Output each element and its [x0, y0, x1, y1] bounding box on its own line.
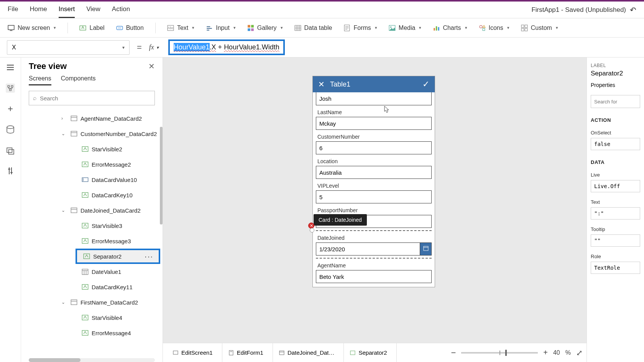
tree-horizontal-scrollbar[interactable]	[29, 358, 155, 362]
form-title: Table1	[330, 80, 350, 88]
tooltip-property-value[interactable]	[591, 234, 640, 247]
media-button[interactable]: Media▾	[389, 25, 422, 31]
button-button[interactable]: Button	[116, 25, 144, 31]
field-datejoined-label: DateJoined	[316, 235, 432, 241]
form-preview[interactable]: ✕ Table1 ✓ LastName CustomerNumber Locat…	[312, 76, 435, 287]
svg-rect-31	[525, 25, 527, 28]
form-header: ✕ Table1 ✓	[313, 76, 435, 92]
card-icon	[71, 299, 77, 306]
undo-icon[interactable]: ↶	[630, 5, 636, 15]
field-viplevel-value[interactable]	[316, 190, 432, 203]
properties-tab[interactable]: Properties	[591, 82, 615, 90]
tree-node-starvisible3[interactable]: StarVisible3	[21, 218, 163, 233]
data-table-button[interactable]: Data table	[294, 25, 332, 31]
fit-screen-icon[interactable]: ⤢	[576, 348, 583, 357]
forms-button[interactable]: Forms▾	[343, 25, 377, 31]
properties-search[interactable]	[591, 95, 640, 108]
tree-search[interactable]: ⌕	[29, 91, 155, 105]
tree-node-datacardkey10[interactable]: DataCardKey10	[21, 187, 163, 203]
add-icon[interactable]: +	[6, 104, 15, 113]
field-location-value[interactable]	[316, 166, 432, 179]
menu-home[interactable]: Home	[30, 2, 47, 18]
tree-view-panel: Tree view ✕ Screens Components ⌕ ›AgentN…	[21, 57, 163, 362]
field-customernumber-label: CustomerNumber	[316, 134, 432, 140]
hamburger-icon[interactable]	[6, 63, 15, 72]
breadcrumb-datejoined[interactable]: DateJoined_Dat…	[273, 343, 344, 362]
field-datejoined-value[interactable]	[316, 242, 420, 256]
input-button[interactable]: Input▾	[206, 25, 236, 31]
formula-input[interactable]: HourValue1.X + HourValue1.Width	[164, 38, 637, 57]
database-icon[interactable]	[6, 125, 15, 134]
tree-node-starvisible2[interactable]: StarVisible2	[21, 141, 163, 157]
tree-node-customernumber[interactable]: ⌄CustomerNumber_DataCard2	[21, 126, 163, 141]
tree-node-agentname[interactable]: ›AgentName_DataCard2	[21, 111, 163, 126]
svg-rect-56	[71, 208, 77, 213]
canvas-area[interactable]: ✕ Table1 ✓ LastName CustomerNumber Locat…	[163, 57, 644, 362]
svg-point-44	[7, 126, 14, 129]
menu-view[interactable]: View	[86, 2, 100, 18]
svg-rect-73	[229, 351, 233, 355]
svg-rect-25	[434, 28, 435, 31]
text-property-value[interactable]	[591, 207, 640, 219]
tree-node-errormessage4[interactable]: ErrorMessage4	[21, 325, 163, 341]
tree-node-errormessage2[interactable]: ErrorMessage2	[21, 157, 163, 172]
field-viplevel-label: VIPLevel	[316, 183, 432, 189]
menu-file[interactable]: File	[8, 2, 18, 18]
left-rail: +	[0, 57, 21, 362]
tree-node-firstname[interactable]: ⌄FirstName_DataCard2	[21, 295, 163, 310]
onselect-property-value[interactable]	[591, 138, 640, 150]
property-selector[interactable]: X ▾	[7, 40, 130, 55]
close-icon[interactable]: ✕	[148, 62, 155, 71]
tab-screens[interactable]: Screens	[29, 75, 51, 85]
media-rail-icon[interactable]	[6, 146, 15, 155]
card-icon	[71, 115, 77, 122]
text-icon: Abc	[167, 25, 174, 31]
tree-node-datevalue1[interactable]: DateValue1	[21, 264, 163, 279]
menu-action[interactable]: Action	[112, 2, 130, 18]
card-icon	[71, 207, 77, 214]
scrollbar-thumb[interactable]	[29, 358, 80, 362]
zoom-slider[interactable]	[461, 352, 538, 354]
role-property-value[interactable]	[591, 262, 640, 274]
tree-node-separator2-selected[interactable]: Separator2···	[76, 249, 160, 264]
charts-button[interactable]: Charts▾	[433, 25, 467, 31]
tree-node-starvisible4[interactable]: StarVisible4	[21, 310, 163, 325]
breadcrumb-editform1[interactable]: EditForm1	[222, 343, 273, 362]
datepicker-button[interactable]	[420, 242, 432, 256]
svg-rect-37	[8, 85, 10, 87]
tree-scrollbar-thumb[interactable]	[160, 127, 163, 224]
tree-node-datacardvalue10[interactable]: DataCardValue10	[21, 172, 163, 187]
live-property-value[interactable]	[591, 180, 640, 192]
calendar-icon	[82, 268, 89, 275]
form-icon	[228, 350, 234, 355]
selection-handle[interactable]	[310, 228, 314, 233]
field-agentname-value[interactable]	[316, 270, 432, 283]
label-button[interactable]: Label	[79, 25, 104, 31]
field-customernumber-value[interactable]	[316, 141, 432, 154]
tree-node-errormessage3[interactable]: ErrorMessage3	[21, 233, 163, 249]
menu-insert[interactable]: Insert	[59, 2, 75, 18]
tree-node-datejoined[interactable]: ⌄DateJoined_DataCard2	[21, 203, 163, 218]
tree-view-icon[interactable]	[6, 84, 15, 93]
zoom-out-button[interactable]: −	[451, 348, 456, 358]
new-screen-button[interactable]: New screen▾	[8, 25, 56, 31]
icons-button[interactable]: Icons▾	[479, 25, 509, 31]
gallery-button[interactable]: Gallery▾	[247, 25, 283, 31]
tools-icon[interactable]	[6, 166, 15, 175]
zoom-in-button[interactable]: +	[543, 348, 548, 357]
tree-search-input[interactable]	[40, 95, 151, 102]
zoom-slider-thumb[interactable]	[505, 350, 507, 356]
field-lastname-value[interactable]	[316, 117, 432, 130]
field-firstname-value[interactable]	[316, 92, 432, 105]
properties-panel: LABEL Separator2 Properties ACTION OnSel…	[586, 57, 644, 362]
svg-rect-70	[424, 246, 428, 251]
close-icon[interactable]: ✕	[318, 80, 325, 89]
tree-node-datacardkey11[interactable]: DataCardKey11	[21, 279, 163, 295]
check-icon[interactable]: ✓	[422, 79, 429, 89]
more-icon[interactable]: ···	[145, 252, 153, 261]
custom-button[interactable]: Custom▾	[521, 25, 558, 31]
breadcrumb-separator2[interactable]: Separator2	[344, 343, 396, 362]
text-button[interactable]: Abc Text▾	[167, 25, 194, 31]
tab-components[interactable]: Components	[61, 75, 96, 85]
breadcrumb-editscreen1[interactable]: EditScreen1	[167, 343, 222, 362]
